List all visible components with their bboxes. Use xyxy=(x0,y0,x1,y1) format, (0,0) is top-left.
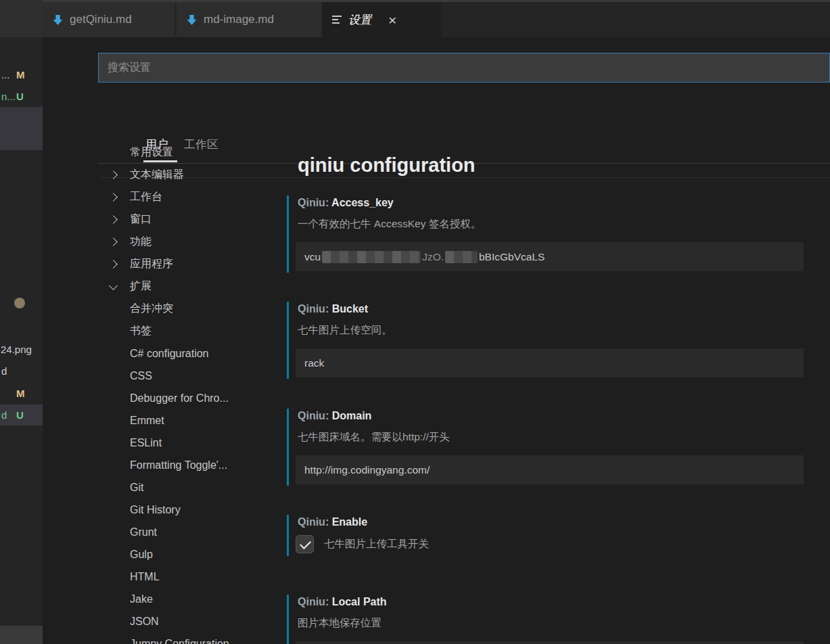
tree-item-label: 工作台 xyxy=(130,190,162,204)
explorer-file-row[interactable]: ... M xyxy=(0,64,43,85)
explorer-sidebar-fragment: ... M n... U 24.png d M d U xyxy=(0,0,43,644)
explorer-file-row[interactable]: n... U xyxy=(0,86,43,107)
tree-item-15[interactable]: Git xyxy=(100,476,298,499)
tree-item-label: C# configuration xyxy=(130,348,209,360)
git-status-badge: M xyxy=(16,64,25,85)
bucket-input[interactable] xyxy=(296,348,804,377)
explorer-selected-row[interactable] xyxy=(0,107,43,150)
setting-label: Qiniu: Domain xyxy=(298,410,371,422)
modified-indicator xyxy=(287,409,289,486)
masked-value-mosaic xyxy=(445,251,478,263)
tree-item-label: ESLint xyxy=(130,437,162,449)
domain-input[interactable] xyxy=(296,455,804,484)
modified-indicator xyxy=(287,595,289,644)
tree-item-9[interactable]: C# configuration xyxy=(100,342,298,365)
explorer-file-row[interactable]: 24.png xyxy=(0,339,43,360)
chevron-right-icon[interactable] xyxy=(109,260,118,269)
tree-item-label: 扩展 xyxy=(130,279,152,294)
tree-item-label: 合并冲突 xyxy=(130,302,173,316)
tree-item-14[interactable]: Formatting Toggle'... xyxy=(100,454,298,476)
chevron-down-icon[interactable] xyxy=(109,281,118,290)
tree-item-label: 功能 xyxy=(130,235,152,249)
file-name: ... xyxy=(1,64,10,85)
file-name: n... xyxy=(1,86,16,107)
chevron-right-icon[interactable] xyxy=(109,170,118,179)
modified-indicator xyxy=(287,302,289,379)
tree-item-19[interactable]: HTML xyxy=(100,566,298,588)
setting-bucket: Qiniu: Bucket 七牛图片上传空间。 xyxy=(287,302,830,379)
tab-settings[interactable]: 设置 × xyxy=(323,2,442,37)
tree-item-label: 应用程序 xyxy=(130,257,173,271)
access-key-input[interactable]: vcuJzO.bBIcGbVcaLS xyxy=(296,242,804,271)
setting-description: 七牛图片上传空间。 xyxy=(298,323,392,338)
value-visible-suffix: bBIcGbVcaLS xyxy=(479,251,545,263)
file-name: 24.png xyxy=(1,339,32,360)
tree-item-label: Git History xyxy=(130,504,181,516)
editor-tab-bar: getQiniu.md md-image.md 设置 × xyxy=(43,2,830,37)
vscode-window: ... M n... U 24.png d M d U getQini xyxy=(0,0,830,644)
chevron-right-icon[interactable] xyxy=(109,237,118,246)
search-input[interactable] xyxy=(98,53,830,83)
tree-item-7[interactable]: 合并冲突 xyxy=(100,298,298,320)
tree-item-22[interactable]: Jumpy Configuration xyxy=(100,632,298,644)
local-path-input[interactable] xyxy=(296,641,804,644)
setting-label: Qiniu: Enable xyxy=(298,516,367,528)
tree-item-label: Jumpy Configuration xyxy=(130,638,229,644)
tree-item-11[interactable]: Debugger for Chro... xyxy=(100,387,298,409)
tab-md-image-md[interactable]: md-image.md xyxy=(177,2,321,37)
tree-item-label: CSS xyxy=(130,370,152,382)
tree-item-label: Emmet xyxy=(130,415,164,427)
file-name: d xyxy=(1,405,7,426)
tree-item-0[interactable]: 常用设置 xyxy=(100,141,298,164)
tree-item-8[interactable]: 书签 xyxy=(100,320,298,342)
git-status-badge: U xyxy=(16,86,24,107)
settings-list-icon xyxy=(332,16,342,24)
tree-item-12[interactable]: Emmet xyxy=(100,409,298,432)
tree-item-13[interactable]: ESLint xyxy=(100,432,298,454)
tree-item-6[interactable]: 扩展 xyxy=(100,275,298,298)
modified-indicator xyxy=(287,515,289,556)
setting-domain: Qiniu: Domain 七牛图床域名。需要以http://开头 xyxy=(287,409,830,486)
tree-item-2[interactable]: 工作台 xyxy=(100,186,298,208)
chevron-right-icon[interactable] xyxy=(109,215,118,224)
tree-item-5[interactable]: 应用程序 xyxy=(100,253,298,275)
tree-item-17[interactable]: Grunt xyxy=(100,521,298,543)
tree-item-label: Grunt xyxy=(130,526,157,538)
tree-item-3[interactable]: 窗口 xyxy=(100,208,298,231)
tab-getqiniu-md[interactable]: getQiniu.md xyxy=(43,2,175,37)
setting-access-key: Qiniu: Access_key 一个有效的七牛 AccessKey 签名授权… xyxy=(287,196,830,273)
setting-label: Qiniu: Local Path xyxy=(298,596,387,608)
explorer-header-fragment xyxy=(0,0,43,37)
setting-description: 图片本地保存位置 xyxy=(298,616,382,630)
tree-item-18[interactable]: Gulp xyxy=(100,543,298,566)
tree-item-label: 文本编辑器 xyxy=(130,168,184,182)
checkbox-label: 七牛图片上传工具开关 xyxy=(324,537,429,551)
setting-label: Qiniu: Access_key xyxy=(298,197,394,209)
tab-label: 设置 xyxy=(348,12,371,28)
chevron-right-icon[interactable] xyxy=(109,193,118,202)
tree-item-4[interactable]: 功能 xyxy=(100,231,298,253)
tree-item-label: Debugger for Chro... xyxy=(130,392,229,405)
explorer-row-fragment xyxy=(0,626,43,644)
explorer-file-row[interactable]: M xyxy=(0,383,43,404)
tree-item-label: JSON xyxy=(130,616,159,628)
tree-item-16[interactable]: Git History xyxy=(100,499,298,521)
masked-value-mosaic xyxy=(322,251,421,263)
setting-label: Qiniu: Bucket xyxy=(298,303,368,315)
close-icon[interactable]: × xyxy=(388,13,396,27)
explorer-file-row[interactable]: d xyxy=(0,361,43,382)
value-visible-mid: JzO. xyxy=(422,251,444,263)
tree-item-10[interactable]: CSS xyxy=(100,365,298,387)
tree-item-1[interactable]: 文本编辑器 xyxy=(100,164,298,186)
tree-item-label: Formatting Toggle'... xyxy=(130,459,227,472)
explorer-selected-row[interactable]: d U xyxy=(0,405,43,426)
tree-item-label: 常用设置 xyxy=(130,145,173,160)
enable-checkbox[interactable] xyxy=(296,535,314,553)
tree-item-20[interactable]: Jake xyxy=(100,588,298,610)
tab-label: getQiniu.md xyxy=(70,13,132,26)
setting-description: 一个有效的七牛 AccessKey 签名授权。 xyxy=(298,217,481,231)
value-visible-prefix: vcu xyxy=(304,251,321,263)
tree-item-label: 窗口 xyxy=(130,212,152,227)
tree-item-21[interactable]: JSON xyxy=(100,610,298,632)
tree-item-label: 书签 xyxy=(130,324,152,338)
